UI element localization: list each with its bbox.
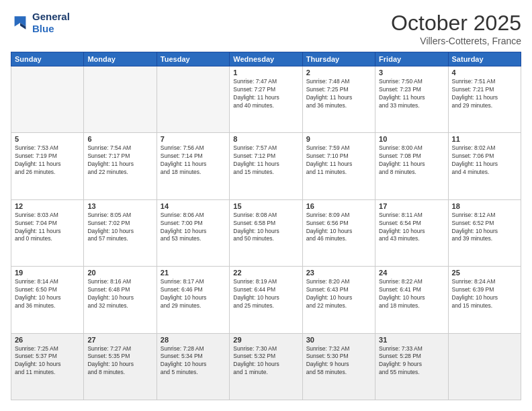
day-cell — [448, 333, 521, 400]
weekday-header-wednesday: Wednesday — [230, 52, 302, 66]
day-info: Sunrise: 7:32 AM Sunset: 5:30 PM Dayligh… — [306, 345, 371, 377]
header: General Blue October 2025 Villers-Cotter… — [11, 11, 521, 46]
day-number: 19 — [15, 269, 80, 277]
day-cell: 24Sunrise: 8:22 AM Sunset: 6:41 PM Dayli… — [375, 267, 448, 333]
day-cell — [11, 66, 84, 133]
day-number: 7 — [161, 135, 226, 143]
day-cell: 20Sunrise: 8:16 AM Sunset: 6:48 PM Dayli… — [84, 267, 157, 333]
day-info: Sunrise: 7:50 AM Sunset: 7:23 PM Dayligh… — [379, 78, 444, 110]
weekday-header-monday: Monday — [84, 52, 157, 66]
day-info: Sunrise: 8:14 AM Sunset: 6:50 PM Dayligh… — [15, 278, 80, 310]
day-info: Sunrise: 7:51 AM Sunset: 7:21 PM Dayligh… — [452, 78, 517, 110]
day-number: 20 — [87, 269, 152, 277]
logo-text: General Blue — [32, 11, 70, 35]
day-number: 13 — [87, 202, 152, 210]
day-cell: 11Sunrise: 8:02 AM Sunset: 7:06 PM Dayli… — [448, 133, 521, 199]
weekday-header-row: SundayMondayTuesdayWednesdayThursdayFrid… — [11, 52, 521, 66]
day-info: Sunrise: 7:59 AM Sunset: 7:10 PM Dayligh… — [306, 144, 371, 177]
weekday-header-sunday: Sunday — [11, 52, 84, 66]
weekday-header-friday: Friday — [375, 52, 448, 66]
day-cell: 12Sunrise: 8:03 AM Sunset: 7:04 PM Dayli… — [11, 199, 84, 266]
weekday-header-tuesday: Tuesday — [157, 52, 229, 66]
day-number: 9 — [306, 135, 371, 143]
day-cell: 18Sunrise: 8:12 AM Sunset: 6:52 PM Dayli… — [448, 199, 521, 266]
day-number: 12 — [15, 202, 80, 210]
day-cell: 15Sunrise: 8:08 AM Sunset: 6:58 PM Dayli… — [230, 199, 302, 266]
logo-icon — [11, 13, 30, 32]
day-cell: 3Sunrise: 7:50 AM Sunset: 7:23 PM Daylig… — [375, 66, 448, 133]
day-info: Sunrise: 7:27 AM Sunset: 5:35 PM Dayligh… — [87, 345, 152, 377]
day-cell: 26Sunrise: 7:25 AM Sunset: 5:37 PM Dayli… — [11, 333, 84, 400]
day-number: 15 — [233, 202, 298, 210]
day-info: Sunrise: 7:33 AM Sunset: 5:28 PM Dayligh… — [379, 345, 444, 377]
day-info: Sunrise: 7:57 AM Sunset: 7:12 PM Dayligh… — [233, 144, 298, 177]
day-info: Sunrise: 8:03 AM Sunset: 7:04 PM Dayligh… — [15, 212, 80, 244]
day-cell: 9Sunrise: 7:59 AM Sunset: 7:10 PM Daylig… — [302, 133, 375, 199]
day-info: Sunrise: 8:19 AM Sunset: 6:44 PM Dayligh… — [233, 278, 298, 310]
day-number: 29 — [233, 336, 298, 344]
day-info: Sunrise: 7:53 AM Sunset: 7:19 PM Dayligh… — [15, 144, 80, 177]
day-cell: 21Sunrise: 8:17 AM Sunset: 6:46 PM Dayli… — [157, 267, 229, 333]
week-row-1: 1Sunrise: 7:47 AM Sunset: 7:27 PM Daylig… — [11, 66, 521, 133]
week-row-3: 12Sunrise: 8:03 AM Sunset: 7:04 PM Dayli… — [11, 199, 521, 266]
day-cell: 30Sunrise: 7:32 AM Sunset: 5:30 PM Dayli… — [302, 333, 375, 400]
day-number: 17 — [379, 202, 444, 210]
day-info: Sunrise: 8:16 AM Sunset: 6:48 PM Dayligh… — [87, 278, 152, 310]
day-cell: 8Sunrise: 7:57 AM Sunset: 7:12 PM Daylig… — [230, 133, 302, 199]
day-number: 6 — [87, 135, 152, 143]
day-info: Sunrise: 7:30 AM Sunset: 5:32 PM Dayligh… — [233, 345, 298, 377]
week-row-5: 26Sunrise: 7:25 AM Sunset: 5:37 PM Dayli… — [11, 333, 521, 400]
day-number: 16 — [306, 202, 371, 210]
day-info: Sunrise: 8:22 AM Sunset: 6:41 PM Dayligh… — [379, 278, 444, 310]
day-info: Sunrise: 7:48 AM Sunset: 7:25 PM Dayligh… — [306, 78, 371, 110]
day-cell: 2Sunrise: 7:48 AM Sunset: 7:25 PM Daylig… — [302, 66, 375, 133]
day-number: 31 — [379, 336, 444, 344]
day-info: Sunrise: 7:56 AM Sunset: 7:14 PM Dayligh… — [161, 144, 226, 177]
day-cell — [157, 66, 229, 133]
day-info: Sunrise: 7:28 AM Sunset: 5:34 PM Dayligh… — [161, 345, 226, 377]
day-cell: 13Sunrise: 8:05 AM Sunset: 7:02 PM Dayli… — [84, 199, 157, 266]
day-info: Sunrise: 8:05 AM Sunset: 7:02 PM Dayligh… — [87, 212, 152, 244]
day-info: Sunrise: 8:11 AM Sunset: 6:54 PM Dayligh… — [379, 212, 444, 244]
day-info: Sunrise: 8:00 AM Sunset: 7:08 PM Dayligh… — [379, 144, 444, 177]
day-number: 25 — [452, 269, 517, 277]
day-number: 2 — [306, 68, 371, 77]
weekday-header-thursday: Thursday — [302, 52, 375, 66]
day-number: 23 — [306, 269, 371, 277]
day-number: 8 — [233, 135, 298, 143]
day-number: 4 — [452, 68, 517, 77]
day-cell: 29Sunrise: 7:30 AM Sunset: 5:32 PM Dayli… — [230, 333, 302, 400]
calendar-table: SundayMondayTuesdayWednesdayThursdayFrid… — [11, 52, 521, 400]
day-cell — [84, 66, 157, 133]
day-info: Sunrise: 8:17 AM Sunset: 6:46 PM Dayligh… — [161, 278, 226, 310]
weekday-header-saturday: Saturday — [448, 52, 521, 66]
day-cell: 6Sunrise: 7:54 AM Sunset: 7:17 PM Daylig… — [84, 133, 157, 199]
day-number: 5 — [15, 135, 80, 143]
day-cell: 1Sunrise: 7:47 AM Sunset: 7:27 PM Daylig… — [230, 66, 302, 133]
day-number: 30 — [306, 336, 371, 344]
day-cell: 10Sunrise: 8:00 AM Sunset: 7:08 PM Dayli… — [375, 133, 448, 199]
day-cell: 31Sunrise: 7:33 AM Sunset: 5:28 PM Dayli… — [375, 333, 448, 400]
day-number: 3 — [379, 68, 444, 77]
day-cell: 4Sunrise: 7:51 AM Sunset: 7:21 PM Daylig… — [448, 66, 521, 133]
page: General Blue October 2025 Villers-Cotter… — [0, 0, 532, 411]
week-row-4: 19Sunrise: 8:14 AM Sunset: 6:50 PM Dayli… — [11, 267, 521, 333]
day-cell: 7Sunrise: 7:56 AM Sunset: 7:14 PM Daylig… — [157, 133, 229, 199]
day-number: 18 — [452, 202, 517, 210]
day-number: 10 — [379, 135, 444, 143]
day-info: Sunrise: 7:47 AM Sunset: 7:27 PM Dayligh… — [233, 78, 298, 110]
day-cell: 16Sunrise: 8:09 AM Sunset: 6:56 PM Dayli… — [302, 199, 375, 266]
day-cell: 25Sunrise: 8:24 AM Sunset: 6:39 PM Dayli… — [448, 267, 521, 333]
day-cell: 14Sunrise: 8:06 AM Sunset: 7:00 PM Dayli… — [157, 199, 229, 266]
day-cell: 27Sunrise: 7:27 AM Sunset: 5:35 PM Dayli… — [84, 333, 157, 400]
day-number: 11 — [452, 135, 517, 143]
day-info: Sunrise: 8:12 AM Sunset: 6:52 PM Dayligh… — [452, 212, 517, 244]
location: Villers-Cotterets, France — [391, 36, 521, 46]
day-cell: 5Sunrise: 7:53 AM Sunset: 7:19 PM Daylig… — [11, 133, 84, 199]
day-info: Sunrise: 8:09 AM Sunset: 6:56 PM Dayligh… — [306, 212, 371, 244]
month-title: October 2025 — [391, 11, 521, 36]
title-block: October 2025 Villers-Cotterets, France — [391, 11, 521, 46]
day-info: Sunrise: 8:20 AM Sunset: 6:43 PM Dayligh… — [306, 278, 371, 310]
day-info: Sunrise: 8:02 AM Sunset: 7:06 PM Dayligh… — [452, 144, 517, 177]
day-cell: 23Sunrise: 8:20 AM Sunset: 6:43 PM Dayli… — [302, 267, 375, 333]
